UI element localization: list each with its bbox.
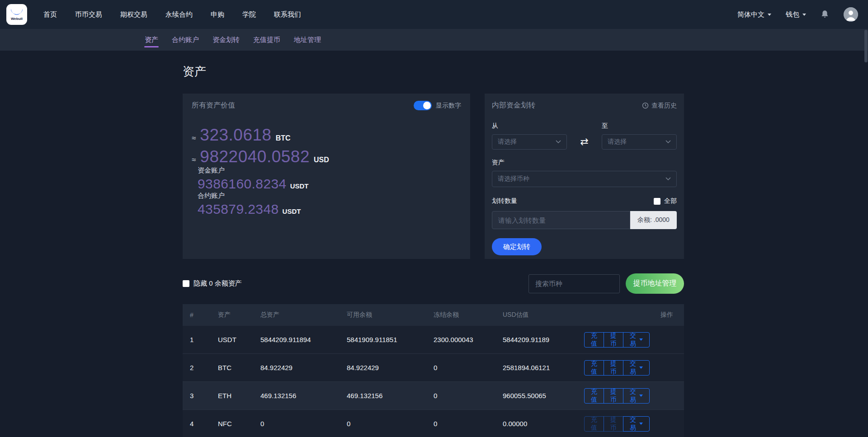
cell-available: 469.132156 — [340, 392, 426, 399]
hide-zero-checkbox[interactable] — [183, 280, 189, 287]
toggle-knob — [423, 102, 431, 109]
cell-index: 2 — [183, 364, 211, 371]
cell-actions: 充值 提币 交易 — [577, 332, 684, 348]
hide-zero-option[interactable]: 隐藏 0 余额资产 — [183, 279, 242, 288]
toggle-switch[interactable] — [414, 101, 432, 110]
trade-dropdown-button[interactable]: 交易 — [623, 360, 650, 376]
total-btc-value: 323.0618 — [200, 126, 271, 145]
account-unit: USDT — [283, 207, 301, 215]
webull-logo[interactable]: Webull — [6, 4, 27, 25]
deposit-button[interactable]: 充值 — [584, 416, 604, 432]
deposit-button[interactable]: 充值 — [584, 332, 604, 348]
user-avatar[interactable] — [844, 7, 858, 22]
balance-suffix: 余额: .0000 — [630, 211, 677, 229]
cell-actions: 充值 提币 交易 — [577, 416, 684, 432]
notification-bell-icon[interactable] — [821, 10, 829, 19]
withdraw-button[interactable]: 提币 — [604, 360, 623, 376]
chevron-down-icon — [802, 14, 806, 16]
row-action-group: 充值 提币 交易 — [584, 360, 650, 376]
scrollbar-thumb[interactable] — [864, 30, 868, 62]
subnav-tab[interactable]: 合约账户 — [171, 29, 200, 51]
confirm-transfer-button[interactable]: 确定划转 — [492, 238, 542, 255]
chevron-down-icon — [639, 423, 643, 425]
cell-frozen: 2300.000043 — [426, 336, 495, 343]
account-label: 资金账户 — [198, 166, 461, 175]
subnav-tab[interactable]: 充值提币 — [252, 29, 281, 51]
subnav-tab[interactable]: 资产 — [144, 29, 159, 51]
table-row: 1 USDT 5844209.911894 5841909.911851 230… — [183, 326, 684, 354]
cell-total: 469.132156 — [253, 392, 340, 399]
chevron-down-icon — [639, 338, 643, 341]
table-row: 2 BTC 84.922429 84.922429 0 2581894.0612… — [183, 354, 684, 382]
to-select-placeholder: 请选择 — [608, 138, 627, 146]
main-content: 资产 所有资产价值 显示数字 ≈ 323.0618 BTC ≈ 9822040. — [183, 64, 684, 437]
col-header-available: 可用余额 — [340, 311, 426, 319]
swap-direction-icon[interactable]: ⇄ — [567, 134, 602, 150]
language-selector[interactable]: 简体中文 — [737, 10, 771, 19]
topnav-item[interactable]: 永续合约 — [165, 10, 193, 19]
view-history-label: 查看历史 — [651, 102, 677, 110]
account-unit: USDT — [290, 182, 309, 190]
account-label: 合约账户 — [198, 192, 461, 200]
withdraw-button[interactable]: 提币 — [604, 416, 623, 432]
deposit-button[interactable]: 充值 — [584, 388, 604, 404]
cell-frozen: 0 — [426, 364, 495, 371]
wallet-label: 钱包 — [786, 10, 799, 19]
assets-table-header: # 资产 总资产 可用余额 冻结余额 USD估值 操作 — [183, 304, 684, 326]
topnav-right: 简体中文 钱包 — [737, 7, 858, 22]
cell-asset: USDT — [211, 336, 253, 343]
deposit-button[interactable]: 充值 — [584, 360, 604, 376]
chevron-down-icon — [556, 140, 561, 144]
topnav-item[interactable]: 申购 — [211, 10, 224, 19]
col-header-actions: 操作 — [577, 311, 684, 319]
wallet-menu[interactable]: 钱包 — [786, 10, 806, 19]
subnav-tab[interactable]: 资金划转 — [212, 29, 241, 51]
topnav-item[interactable]: 联系我们 — [274, 10, 301, 19]
trade-dropdown-button[interactable]: 交易 — [623, 388, 650, 404]
trade-dropdown-button[interactable]: 交易 — [623, 332, 650, 348]
withdraw-button[interactable]: 提币 — [604, 388, 623, 404]
transfer-all-option[interactable]: 全部 — [654, 197, 677, 205]
cell-asset: BTC — [211, 364, 253, 371]
cell-total: 5844209.911894 — [253, 336, 340, 343]
from-select[interactable]: 请选择 — [492, 134, 567, 150]
account-block: 资金账户 9386160.8234 USDT — [198, 166, 461, 192]
total-usd-value: 9822040.0582 — [200, 147, 310, 166]
col-header-index: # — [183, 311, 211, 319]
search-input[interactable] — [528, 274, 620, 293]
cell-asset: ETH — [211, 392, 253, 399]
all-checkbox[interactable] — [654, 198, 660, 205]
view-history-link[interactable]: 查看历史 — [642, 102, 677, 110]
topnav-item[interactable]: 首页 — [43, 10, 57, 19]
chevron-down-icon — [665, 140, 671, 144]
row-action-group: 充值 提币 交易 — [584, 332, 650, 348]
subnav-tab[interactable]: 地址管理 — [293, 29, 322, 51]
chevron-down-icon — [639, 395, 643, 397]
cell-usd: 5844209.91189 — [495, 336, 577, 343]
cell-available: 5841909.911851 — [340, 336, 426, 343]
from-select-placeholder: 请选择 — [498, 138, 517, 146]
row-action-group: 充值 提币 交易 — [584, 388, 650, 404]
show-numbers-toggle[interactable]: 显示数字 — [414, 101, 461, 110]
cell-asset: NFC — [211, 420, 253, 428]
topnav-item[interactable]: 期权交易 — [120, 10, 147, 19]
col-header-asset: 资产 — [211, 311, 253, 319]
chevron-down-icon — [665, 177, 671, 181]
topnav-item[interactable]: 币币交易 — [75, 10, 102, 19]
total-usd-row: ≈ 9822040.0582 USD — [192, 147, 461, 166]
cell-actions: 充值 提币 交易 — [577, 360, 684, 376]
amount-input[interactable] — [492, 211, 630, 229]
topnav-item[interactable]: 学院 — [242, 10, 256, 19]
toggle-label: 显示数字 — [436, 102, 461, 110]
portfolio-panel: 所有资产价值 显示数字 ≈ 323.0618 BTC ≈ 9822040.058… — [183, 94, 470, 259]
chevron-down-icon — [768, 14, 771, 16]
withdraw-address-button[interactable]: 提币地址管理 — [626, 273, 684, 294]
asset-select[interactable]: 请选择币种 — [492, 171, 677, 187]
table-row: 4 NFC 0 0 0 0.00000 充值 提币 交易 — [183, 410, 684, 437]
to-select[interactable]: 请选择 — [602, 134, 677, 150]
withdraw-button[interactable]: 提币 — [604, 332, 623, 348]
cell-usd: 0.00000 — [495, 420, 577, 428]
trade-dropdown-button[interactable]: 交易 — [623, 416, 650, 432]
cell-usd: 2581894.06121 — [495, 364, 577, 371]
wallet-subnav: 资产 合约账户 资金划转 充值提币 地址管理 — [0, 29, 868, 51]
